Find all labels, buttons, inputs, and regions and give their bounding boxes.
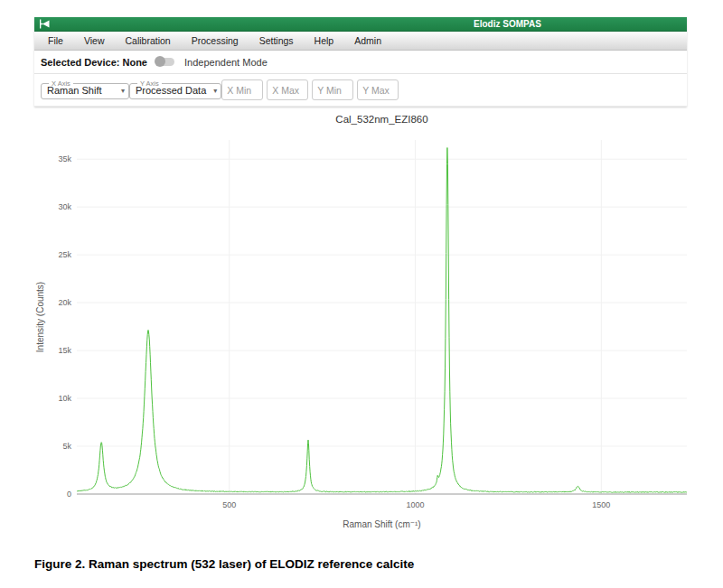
y-tick-label: 25k	[58, 250, 71, 259]
app-window: Elodiz SOMPAS File View Calibration Proc…	[34, 17, 687, 546]
menu-settings[interactable]: Settings	[259, 35, 294, 46]
chevron-down-icon: ▾	[114, 87, 125, 95]
y-tick-label: 0	[67, 490, 71, 499]
menu-bar: File View Calibration Processing Setting…	[34, 32, 687, 51]
menu-admin[interactable]: Admin	[354, 35, 381, 46]
title-bar: Elodiz SOMPAS	[34, 17, 687, 32]
y-tick-label: 30k	[58, 202, 71, 211]
x-axis-selected-value: Raman Shift	[47, 85, 102, 96]
x-axis-select[interactable]: X Axis Raman Shift ▾	[41, 80, 129, 99]
toggle-knob-icon	[155, 56, 165, 67]
app-title: Elodiz SOMPAS	[474, 17, 541, 31]
raman-spectrum-chart[interactable]: 05k10k15k20k25k30k35k50010001500Raman Sh…	[34, 140, 687, 537]
x-tick-label: 1000	[407, 500, 425, 509]
window-chrome: Elodiz SOMPAS File View Calibration Proc…	[34, 17, 687, 107]
menu-file[interactable]: File	[48, 35, 63, 46]
y-tick-label: 15k	[58, 346, 71, 355]
app-logo-icon	[38, 19, 52, 29]
menu-processing[interactable]: Processing	[192, 35, 239, 46]
axis-controls: X Axis Raman Shift ▾ Y Axis Processed Da…	[34, 74, 687, 107]
x-axis-title: Raman Shift (cm⁻¹)	[343, 519, 420, 529]
y-tick-label: 35k	[58, 154, 71, 163]
y-axis-select[interactable]: Y Axis Processed Data ▾	[129, 80, 221, 99]
y-tick-label: 5k	[62, 442, 71, 451]
x-tick-label: 1500	[592, 500, 610, 509]
page: Elodiz SOMPAS File View Calibration Proc…	[0, 0, 723, 588]
x-min-input[interactable]	[221, 79, 263, 100]
selected-device-label: Selected Device: None	[41, 57, 147, 68]
y-max-input[interactable]	[357, 79, 399, 100]
figure-caption: Figure 2. Raman spectrum (532 laser) of …	[34, 557, 414, 571]
chevron-down-icon: ▾	[206, 87, 217, 95]
x-tick-label: 500	[222, 500, 236, 509]
chart-title: Cal_532nm_EZI860	[77, 114, 687, 125]
y-tick-label: 10k	[58, 394, 71, 403]
independent-mode-toggle[interactable]	[155, 58, 174, 66]
spectrum-line	[77, 148, 687, 493]
menu-help[interactable]: Help	[315, 35, 334, 46]
independent-mode-label: Independent Mode	[184, 57, 268, 68]
x-max-input[interactable]	[267, 79, 308, 100]
y-axis-selected-value: Processed Data	[136, 85, 206, 96]
y-min-input[interactable]	[312, 79, 353, 100]
menu-calibration[interactable]: Calibration	[126, 35, 171, 46]
menu-view[interactable]: View	[84, 35, 105, 46]
y-axis-title: Intensity (Counts)	[35, 282, 45, 352]
device-bar: Selected Device: None Independent Mode	[34, 51, 687, 74]
y-tick-label: 20k	[58, 298, 71, 307]
